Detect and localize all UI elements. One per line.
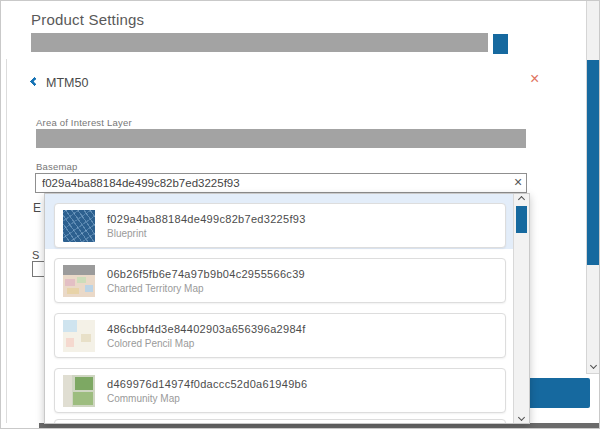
basemap-name: Charted Territory Map [107, 283, 305, 294]
dropdown-scrollbar-thumb[interactable] [516, 206, 527, 233]
aoi-redacted-input[interactable] [36, 129, 526, 148]
page-scrollbar-thumb[interactable] [587, 60, 599, 265]
blueprint-thumbnail [63, 210, 95, 242]
basemap-id: f029a4ba88184de499c82b7ed3225f93 [107, 213, 306, 225]
dropdown-scrollbar[interactable] [513, 194, 529, 423]
basemap-input[interactable] [35, 173, 527, 193]
list-item-community[interactable]: d469976d14974f0daccc52d0a61949b6 Communi… [54, 368, 506, 413]
back-label: MTM50 [46, 76, 88, 90]
product-settings-window: Product Settings MTM50 × Area of Interes… [0, 0, 600, 429]
redacted-product-field[interactable] [31, 33, 488, 52]
charted-territory-thumbnail [63, 265, 95, 297]
scroll-down-icon[interactable] [514, 412, 529, 423]
blue-square[interactable] [493, 34, 508, 54]
basemap-label: Basemap [36, 161, 78, 172]
close-icon[interactable]: × [530, 71, 539, 87]
community-thumbnail [63, 375, 95, 407]
list-item-blueprint[interactable]: f029a4ba88184de499c82b7ed3225f93 Bluepri… [54, 203, 506, 248]
page-scrollbar[interactable] [586, 1, 600, 374]
primary-action-button[interactable] [524, 378, 590, 408]
list-item-partial[interactable] [54, 419, 506, 424]
basemap-dropdown: f029a4ba88184de499c82b7ed3225f93 Bluepri… [44, 193, 530, 424]
list-item-charted-territory[interactable]: 06b26f5fb6e74a97b9b04c2955566c39 Charted… [54, 258, 506, 303]
colored-pencil-thumbnail [63, 320, 95, 352]
panel-left-border [6, 59, 7, 423]
scroll-down-icon[interactable] [587, 359, 599, 371]
basemap-id: 06b26f5fb6e74a97b9b04c2955566c39 [107, 268, 305, 280]
clear-input-icon[interactable]: × [509, 173, 527, 193]
basemap-id: d469976d14974f0daccc52d0a61949b6 [107, 378, 307, 390]
aoi-label: Area of Interest Layer [36, 117, 132, 128]
chevron-left-icon [30, 77, 40, 87]
basemap-name: Community Map [107, 393, 307, 404]
occluded-field-label-e: E [33, 201, 41, 215]
basemap-id: 486cbbf4d3e84402903a656396a2984f [107, 323, 306, 335]
scroll-up-icon[interactable] [514, 194, 529, 205]
occluded-field-label-s: S [32, 249, 39, 261]
list-item-colored-pencil[interactable]: 486cbbf4d3e84402903a656396a2984f Colored… [54, 313, 506, 358]
page-title: Product Settings [31, 11, 144, 28]
basemap-name: Colored Pencil Map [107, 338, 306, 349]
basemap-name: Blueprint [107, 228, 306, 239]
